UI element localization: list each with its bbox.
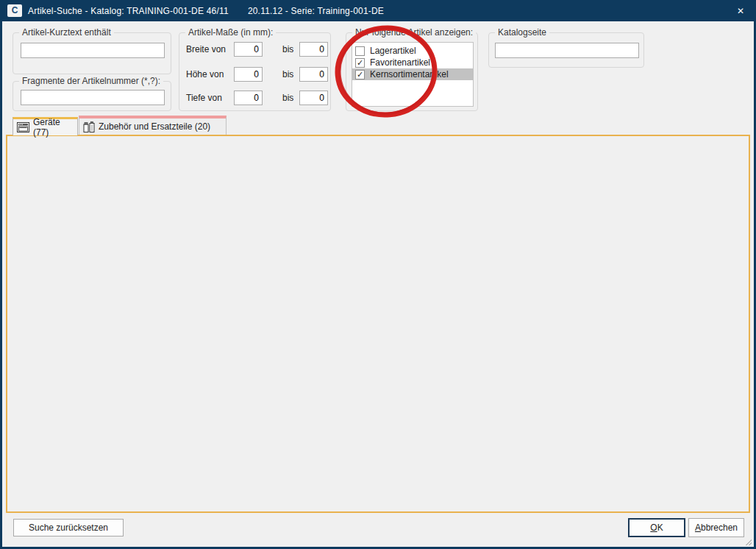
masse-row-hoehe: Höhe von bis	[179, 66, 330, 82]
tab-geraete[interactable]: Geräte (77)	[13, 117, 78, 135]
ok-button[interactable]: OK	[628, 518, 685, 537]
masse-row-tiefe: Tiefe von bis	[179, 90, 330, 105]
checkbox[interactable]	[355, 70, 365, 79]
artikel-anzeigen-option[interactable]: Kernsortimentartikel	[352, 68, 473, 80]
cancel-button[interactable]: Abbrechen	[688, 518, 744, 537]
hoehe-von-input[interactable]	[234, 67, 263, 82]
close-icon[interactable]: ✕	[725, 0, 756, 21]
breite-bis-input[interactable]	[299, 42, 328, 57]
group-artikel-masse: Artikel-Maße (in mm): Breite von bis Höh…	[179, 32, 331, 111]
accessories-icon	[83, 121, 95, 132]
tiefe-von-input[interactable]	[234, 91, 263, 105]
tab-content-geraete	[6, 135, 750, 513]
artikelnummer-input[interactable]	[21, 90, 165, 105]
katalogseite-input[interactable]	[495, 43, 639, 58]
artikel-anzeigen-option[interactable]: Lagerartikel	[352, 45, 473, 57]
option-label: Kernsortimentartikel	[370, 69, 449, 79]
breite-bis-label: bis	[282, 44, 293, 54]
hoehe-bis-input[interactable]	[299, 67, 328, 82]
tiefe-von-label: Tiefe von	[186, 93, 222, 103]
checkbox[interactable]	[355, 58, 365, 68]
group-artikel-anzeigen: Nur folgende Artikel anzeigen: Lagerarti…	[346, 32, 478, 111]
breite-von-input[interactable]	[234, 42, 263, 57]
group-artikel-kurztext-label: Artikel-Kurztext enthält	[19, 27, 114, 38]
group-artikel-kurztext: Artikel-Kurztext enthält	[13, 32, 171, 74]
tiefe-bis-input[interactable]	[299, 91, 328, 105]
group-katalogseite: Katalogseite	[488, 32, 644, 68]
option-label: Lagerartikel	[370, 46, 416, 56]
tiefe-bis-label: bis	[282, 93, 293, 103]
masse-row-breite: Breite von bis	[179, 41, 330, 57]
kurztext-input[interactable]	[21, 43, 165, 58]
artikel-suche-dialog: Artikel-Suche - Katalog: TRAINING-001-DE…	[0, 0, 756, 549]
group-artikelnummer: Fragmente der Artikelnummer (*,?):	[13, 81, 171, 111]
group-artikel-anzeigen-label: Nur folgende Artikel anzeigen:	[352, 27, 476, 38]
hoehe-bis-label: bis	[282, 69, 293, 79]
tab-zubehoer[interactable]: Zubehör und Ersatzteile (20)	[79, 116, 227, 135]
window-title: Artikel-Suche - Katalog: TRAINING-001-DE…	[28, 6, 384, 16]
oven-icon	[17, 122, 29, 132]
group-katalogseite-label: Katalogseite	[495, 27, 549, 38]
group-artikel-masse-label: Artikel-Maße (in mm):	[185, 27, 276, 38]
hoehe-von-label: Höhe von	[186, 69, 224, 79]
app-logo-icon	[7, 4, 22, 17]
reset-search-button[interactable]: Suche zurücksetzen	[13, 519, 124, 536]
tab-zubehoer-label: Zubehör und Ersatzteile (20)	[99, 121, 210, 132]
option-label: Favoritenartikel	[370, 57, 430, 68]
artikel-anzeigen-option[interactable]: Favoritenartikel	[352, 57, 473, 68]
resize-grip[interactable]	[746, 539, 752, 545]
group-artikelnummer-label: Fragmente der Artikelnummer (*,?):	[19, 76, 163, 86]
tab-geraete-label: Geräte (77)	[33, 117, 77, 138]
titlebar: Artikel-Suche - Katalog: TRAINING-001-DE…	[0, 0, 756, 21]
checkbox[interactable]	[355, 46, 365, 56]
artikel-anzeigen-listbox: Lagerartikel Favoritenartikel Kernsortim…	[352, 42, 474, 107]
breite-von-label: Breite von	[186, 44, 226, 54]
